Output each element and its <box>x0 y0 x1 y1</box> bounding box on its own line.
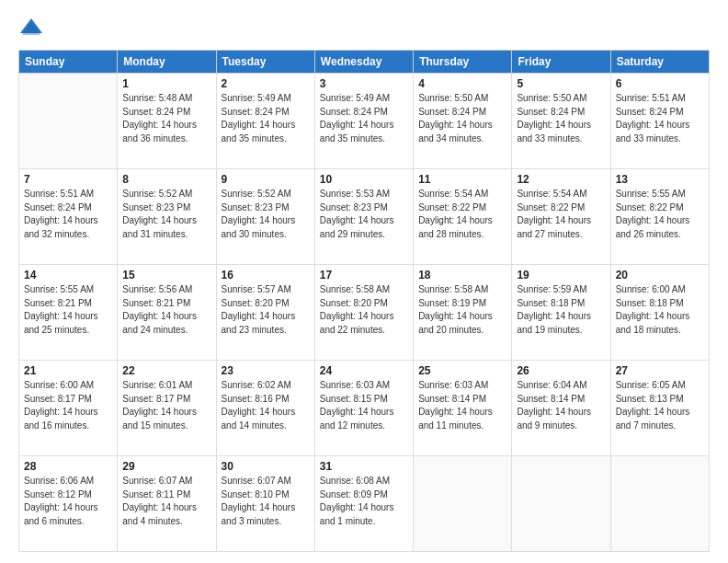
weekday-header-sunday: Sunday <box>19 51 118 74</box>
weekday-header-row: SundayMondayTuesdayWednesdayThursdayFrid… <box>19 51 710 74</box>
calendar-cell: 24 Sunrise: 6:03 AM Sunset: 8:15 PM Dayl… <box>314 361 413 456</box>
calendar-cell: 2 Sunrise: 5:49 AM Sunset: 8:24 PM Dayli… <box>216 74 314 169</box>
calendar-cell: 27 Sunrise: 6:05 AM Sunset: 8:13 PM Dayl… <box>610 361 709 456</box>
header <box>18 15 710 40</box>
day-number: 20 <box>616 269 704 282</box>
calendar-cell: 31 Sunrise: 6:08 AM Sunset: 8:09 PM Dayl… <box>314 456 413 552</box>
calendar-cell: 5 Sunrise: 5:50 AM Sunset: 8:24 PM Dayli… <box>512 74 610 169</box>
day-info: Sunrise: 6:03 AM Sunset: 8:15 PM Dayligh… <box>320 379 408 432</box>
calendar-cell: 16 Sunrise: 5:57 AM Sunset: 8:20 PM Dayl… <box>216 265 314 361</box>
day-info: Sunrise: 5:59 AM Sunset: 8:18 PM Dayligh… <box>517 283 605 337</box>
day-info: Sunrise: 6:00 AM Sunset: 8:17 PM Dayligh… <box>24 379 112 432</box>
calendar-cell: 22 Sunrise: 6:01 AM Sunset: 8:17 PM Dayl… <box>118 361 216 456</box>
day-number: 2 <box>222 77 310 90</box>
calendar-cell: 13 Sunrise: 5:55 AM Sunset: 8:22 PM Dayl… <box>610 169 709 265</box>
day-info: Sunrise: 5:55 AM Sunset: 8:21 PM Dayligh… <box>24 283 112 337</box>
day-info: Sunrise: 5:52 AM Sunset: 8:23 PM Dayligh… <box>122 188 210 241</box>
weekday-header-monday: Monday <box>118 51 216 74</box>
week-row-3: 14 Sunrise: 5:55 AM Sunset: 8:21 PM Dayl… <box>19 265 710 361</box>
day-number: 4 <box>418 77 506 90</box>
day-info: Sunrise: 5:52 AM Sunset: 8:23 PM Dayligh… <box>222 188 310 241</box>
day-number: 27 <box>616 364 704 377</box>
day-number: 29 <box>122 460 210 473</box>
week-row-5: 28 Sunrise: 6:06 AM Sunset: 8:12 PM Dayl… <box>19 456 710 552</box>
day-number: 17 <box>320 269 408 282</box>
calendar-cell: 4 Sunrise: 5:50 AM Sunset: 8:24 PM Dayli… <box>414 74 512 169</box>
page: SundayMondayTuesdayWednesdayThursdayFrid… <box>0 0 728 563</box>
day-number: 5 <box>517 77 605 90</box>
calendar-cell: 1 Sunrise: 5:48 AM Sunset: 8:24 PM Dayli… <box>118 74 216 169</box>
day-number: 13 <box>616 173 704 186</box>
day-info: Sunrise: 6:04 AM Sunset: 8:14 PM Dayligh… <box>517 379 605 432</box>
day-number: 7 <box>24 173 112 186</box>
calendar-cell <box>512 456 610 552</box>
day-number: 14 <box>24 269 112 282</box>
weekday-header-thursday: Thursday <box>414 51 512 74</box>
day-number: 16 <box>222 269 310 282</box>
day-number: 11 <box>418 173 506 186</box>
day-number: 30 <box>222 460 310 473</box>
day-info: Sunrise: 6:07 AM Sunset: 8:11 PM Dayligh… <box>122 475 210 528</box>
logo <box>18 15 50 40</box>
day-info: Sunrise: 6:07 AM Sunset: 8:10 PM Dayligh… <box>222 475 310 528</box>
day-number: 24 <box>320 364 408 377</box>
calendar-cell: 11 Sunrise: 5:54 AM Sunset: 8:22 PM Dayl… <box>414 169 512 265</box>
day-info: Sunrise: 5:49 AM Sunset: 8:24 PM Dayligh… <box>222 92 310 145</box>
day-number: 22 <box>122 364 210 377</box>
day-number: 23 <box>222 364 310 377</box>
week-row-4: 21 Sunrise: 6:00 AM Sunset: 8:17 PM Dayl… <box>19 361 710 456</box>
day-number: 8 <box>122 173 210 186</box>
day-info: Sunrise: 6:03 AM Sunset: 8:14 PM Dayligh… <box>418 379 506 432</box>
day-info: Sunrise: 6:05 AM Sunset: 8:13 PM Dayligh… <box>616 379 704 432</box>
weekday-header-wednesday: Wednesday <box>314 51 413 74</box>
day-number: 19 <box>517 269 605 282</box>
day-info: Sunrise: 6:08 AM Sunset: 8:09 PM Dayligh… <box>320 475 408 528</box>
weekday-header-tuesday: Tuesday <box>216 51 314 74</box>
day-info: Sunrise: 5:51 AM Sunset: 8:24 PM Dayligh… <box>616 92 704 145</box>
weekday-header-saturday: Saturday <box>610 51 709 74</box>
calendar-cell: 29 Sunrise: 6:07 AM Sunset: 8:11 PM Dayl… <box>118 456 216 552</box>
day-info: Sunrise: 6:01 AM Sunset: 8:17 PM Dayligh… <box>122 379 210 432</box>
week-row-2: 7 Sunrise: 5:51 AM Sunset: 8:24 PM Dayli… <box>19 169 710 265</box>
day-number: 31 <box>320 460 408 473</box>
calendar-cell: 19 Sunrise: 5:59 AM Sunset: 8:18 PM Dayl… <box>512 265 610 361</box>
day-number: 3 <box>320 77 408 90</box>
calendar-cell: 6 Sunrise: 5:51 AM Sunset: 8:24 PM Dayli… <box>610 74 709 169</box>
day-info: Sunrise: 6:06 AM Sunset: 8:12 PM Dayligh… <box>24 475 112 528</box>
calendar-cell: 18 Sunrise: 5:58 AM Sunset: 8:19 PM Dayl… <box>414 265 512 361</box>
day-info: Sunrise: 6:00 AM Sunset: 8:18 PM Dayligh… <box>616 283 704 337</box>
day-info: Sunrise: 5:58 AM Sunset: 8:20 PM Dayligh… <box>320 283 408 337</box>
calendar-cell: 9 Sunrise: 5:52 AM Sunset: 8:23 PM Dayli… <box>216 169 314 265</box>
day-info: Sunrise: 5:51 AM Sunset: 8:24 PM Dayligh… <box>24 188 112 241</box>
day-number: 21 <box>24 364 112 377</box>
week-row-1: 1 Sunrise: 5:48 AM Sunset: 8:24 PM Dayli… <box>19 74 710 169</box>
calendar-cell <box>19 74 118 169</box>
day-number: 25 <box>418 364 506 377</box>
calendar-cell: 10 Sunrise: 5:53 AM Sunset: 8:23 PM Dayl… <box>314 169 413 265</box>
day-info: Sunrise: 5:56 AM Sunset: 8:21 PM Dayligh… <box>122 283 210 337</box>
day-info: Sunrise: 5:54 AM Sunset: 8:22 PM Dayligh… <box>418 188 506 241</box>
calendar-cell: 30 Sunrise: 6:07 AM Sunset: 8:10 PM Dayl… <box>216 456 314 552</box>
calendar-cell: 23 Sunrise: 6:02 AM Sunset: 8:16 PM Dayl… <box>216 361 314 456</box>
day-info: Sunrise: 5:50 AM Sunset: 8:24 PM Dayligh… <box>418 92 506 145</box>
day-info: Sunrise: 5:55 AM Sunset: 8:22 PM Dayligh… <box>616 188 704 241</box>
calendar-cell: 25 Sunrise: 6:03 AM Sunset: 8:14 PM Dayl… <box>414 361 512 456</box>
day-info: Sunrise: 5:54 AM Sunset: 8:22 PM Dayligh… <box>517 188 605 241</box>
day-number: 18 <box>418 269 506 282</box>
day-number: 6 <box>616 77 704 90</box>
weekday-header-friday: Friday <box>512 51 610 74</box>
calendar-cell: 28 Sunrise: 6:06 AM Sunset: 8:12 PM Dayl… <box>19 456 118 552</box>
day-info: Sunrise: 5:48 AM Sunset: 8:24 PM Dayligh… <box>122 92 210 145</box>
day-info: Sunrise: 5:50 AM Sunset: 8:24 PM Dayligh… <box>517 92 605 145</box>
day-number: 28 <box>24 460 112 473</box>
calendar-cell: 15 Sunrise: 5:56 AM Sunset: 8:21 PM Dayl… <box>118 265 216 361</box>
day-info: Sunrise: 6:02 AM Sunset: 8:16 PM Dayligh… <box>222 379 310 432</box>
calendar-cell: 14 Sunrise: 5:55 AM Sunset: 8:21 PM Dayl… <box>19 265 118 361</box>
calendar-cell <box>610 456 709 552</box>
day-number: 15 <box>122 269 210 282</box>
calendar-table: SundayMondayTuesdayWednesdayThursdayFrid… <box>18 50 710 552</box>
day-info: Sunrise: 5:57 AM Sunset: 8:20 PM Dayligh… <box>222 283 310 337</box>
calendar-cell: 17 Sunrise: 5:58 AM Sunset: 8:20 PM Dayl… <box>314 265 413 361</box>
calendar-cell: 12 Sunrise: 5:54 AM Sunset: 8:22 PM Dayl… <box>512 169 610 265</box>
calendar-cell: 26 Sunrise: 6:04 AM Sunset: 8:14 PM Dayl… <box>512 361 610 456</box>
